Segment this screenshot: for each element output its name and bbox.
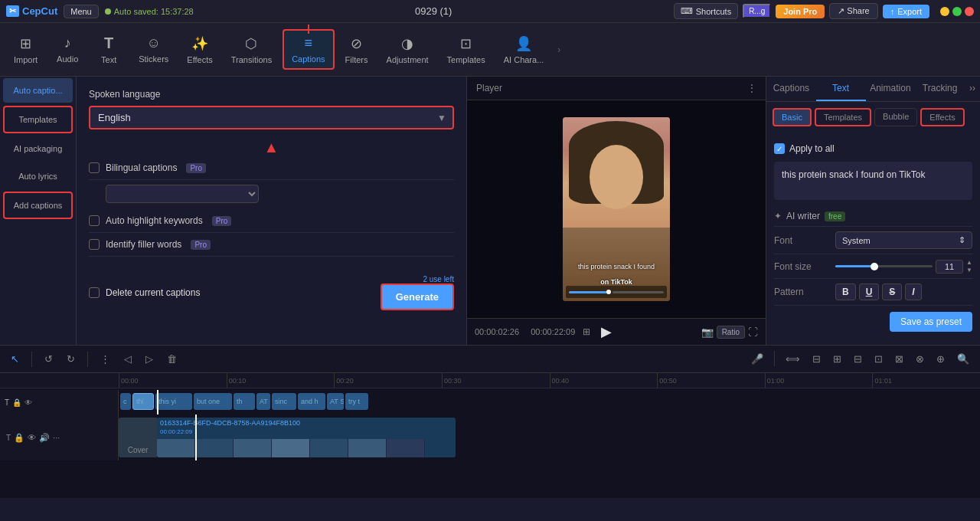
fullscreen-icon[interactable]: ⛶ <box>748 326 758 338</box>
segment-at1[interactable]: AT <box>256 393 270 410</box>
tool-audio[interactable]: ♪ Audio <box>48 31 87 68</box>
underline-button[interactable]: U <box>859 283 880 300</box>
menu-button[interactable]: Menu <box>64 5 99 18</box>
font-size-slider[interactable] <box>835 265 933 267</box>
tl-icon7[interactable]: ⊗ <box>911 351 929 367</box>
export-button[interactable]: ↑ Export <box>883 5 929 18</box>
text-preview[interactable]: this protein snack I found on TikTok <box>774 162 972 200</box>
font-select[interactable]: System ⇕ <box>835 231 972 249</box>
split-tool[interactable]: ⋮ <box>96 351 115 367</box>
tool-effects[interactable]: ✨ Effects <box>179 31 220 69</box>
caption-track[interactable]: c thi this yi but one th AT sinc and h A… <box>119 390 980 415</box>
video-track[interactable]: Cover 0163314F-B6FD-4DCB-8758-AA9194F8B1… <box>119 415 980 460</box>
delete-checkbox[interactable] <box>89 287 100 298</box>
left-panel-ai-packaging[interactable]: AI packaging <box>3 136 73 161</box>
font-size-input[interactable]: 11 <box>936 260 963 274</box>
segment-ats[interactable]: AT S <box>327 393 344 410</box>
bilingual-checkbox[interactable] <box>89 162 100 173</box>
undo-tool[interactable]: ↺ <box>40 351 57 367</box>
tl-icon2[interactable]: ⊟ <box>808 351 825 367</box>
minimize-button[interactable] <box>940 7 949 16</box>
video-block[interactable]: 0163314F-B6FD-4DCB-8758-AA9194F8B100 00:… <box>157 418 456 457</box>
toolbar-more-button[interactable]: › <box>554 41 564 58</box>
maximize-button[interactable] <box>952 7 962 16</box>
tab-tracking[interactable]: Tracking <box>915 77 965 101</box>
segment-thi[interactable]: thi <box>132 393 154 410</box>
join-pro-button[interactable]: Join Pro <box>776 5 825 18</box>
left-panel-add-captions[interactable]: Add captions <box>3 192 73 219</box>
tool-stickers[interactable]: ☺ Stickers <box>131 31 176 68</box>
tool-text[interactable]: T Text <box>90 30 128 69</box>
tl-icon4[interactable]: ⊟ <box>849 351 867 367</box>
tool-transitions[interactable]: ⬡ Transitions <box>224 31 279 69</box>
pattern-row: Pattern B U S I <box>774 279 972 306</box>
tab-text[interactable]: Text <box>816 77 866 101</box>
tl-icon6[interactable]: ⊠ <box>890 351 908 367</box>
tool-ai-chara[interactable]: 👤 AI Chara... <box>496 31 552 69</box>
delete-tool[interactable]: 🗑 <box>162 351 181 367</box>
filler-checkbox[interactable] <box>89 239 100 250</box>
tool-import[interactable]: ⊞ Import <box>6 31 45 69</box>
tool-import-label: Import <box>14 55 38 64</box>
ratio-button[interactable]: Ratio <box>717 326 745 339</box>
apply-all-checkbox[interactable]: ✓ <box>774 143 785 154</box>
trim-right-tool[interactable]: ▷ <box>141 351 158 367</box>
captions-panel: Spoken language English ▼ ▲ Bilingual ca… <box>77 77 467 345</box>
tab-captions[interactable]: Captions <box>766 77 816 101</box>
generate-button[interactable]: Generate <box>381 283 454 310</box>
subtab-templates[interactable]: Templates <box>815 108 871 126</box>
tl-icon5[interactable]: ⊡ <box>870 351 887 367</box>
redo-tool[interactable]: ↻ <box>62 351 80 367</box>
player-controls: 00:00:02:26 00:00:22:09 ⊞ ▶ 📷 Ratio ⛶ <box>467 318 766 345</box>
zoom-icon[interactable]: 🔍 <box>952 351 974 367</box>
bold-button[interactable]: B <box>835 283 856 300</box>
italic-button[interactable]: I <box>905 283 921 300</box>
language-select[interactable]: English <box>90 107 452 128</box>
highlight-checkbox[interactable] <box>89 215 100 226</box>
trim-left-tool[interactable]: ◁ <box>119 351 136 367</box>
left-panel-auto-captions[interactable]: Auto captio... <box>3 78 73 103</box>
grid-icon[interactable]: ⊞ <box>583 326 590 337</box>
mic-icon[interactable]: 🎤 <box>746 351 768 367</box>
size-down-arrow[interactable]: ▼ <box>966 267 972 274</box>
play-button[interactable]: ▶ <box>601 323 612 340</box>
tool-adjustment[interactable]: ◑ Adjustment <box>379 31 436 69</box>
left-panel-templates[interactable]: Templates <box>3 106 73 133</box>
tl-icon8[interactable]: ⊕ <box>932 351 949 367</box>
highlight-label: Auto highlight keywords <box>106 215 203 226</box>
tl-icon1[interactable]: ⟺ <box>781 351 805 367</box>
size-up-arrow[interactable]: ▲ <box>966 259 972 267</box>
screenshot-icon[interactable]: 📷 <box>701 326 714 338</box>
audio-icon: ♪ <box>64 35 71 51</box>
app-name: CepCut <box>22 5 57 17</box>
strikethrough-button[interactable]: S <box>882 283 902 300</box>
segment-butone[interactable]: but one <box>194 393 232 410</box>
segment-thisyi[interactable]: this yi <box>155 393 192 410</box>
tick-1: 00:10 <box>227 373 335 388</box>
tool-captions[interactable]: ≡ Captions <box>283 29 334 70</box>
segment-andh[interactable]: and h <box>298 393 325 410</box>
segment-sinc[interactable]: sinc <box>272 393 296 410</box>
share-button[interactable]: ↗ Share <box>829 3 877 19</box>
segment-th[interactable]: th <box>234 393 255 410</box>
subtab-bubble[interactable]: Bubble <box>874 108 917 126</box>
segment-tryt[interactable]: try t <box>345 393 368 410</box>
subtab-basic[interactable]: Basic <box>773 108 812 126</box>
tab-animation[interactable]: Animation <box>866 77 916 101</box>
video-track-more[interactable]: ··· <box>53 433 60 442</box>
tl-icon3[interactable]: ⊞ <box>828 351 846 367</box>
tool-templates[interactable]: ⊡ Templates <box>439 31 493 69</box>
cover-block[interactable]: Cover <box>119 418 157 457</box>
pro-profile-button[interactable]: R...g <box>743 4 771 18</box>
close-button[interactable] <box>965 7 974 16</box>
segment-c[interactable]: c <box>120 393 131 410</box>
player-more-icon[interactable]: ⋮ <box>747 83 756 93</box>
tool-filters[interactable]: ⊘ Filters <box>338 31 376 69</box>
select-tool[interactable]: ↖ <box>6 351 24 367</box>
shortcuts-button[interactable]: ⌨ Shortcuts <box>674 3 738 19</box>
bilingual-language-select[interactable] <box>106 185 259 203</box>
left-panel-auto-lyrics[interactable]: Auto lyrics <box>3 164 73 188</box>
tab-more[interactable]: ›› <box>965 77 980 101</box>
subtab-effects[interactable]: Effects <box>920 108 964 126</box>
save-preset-button[interactable]: Save as preset <box>890 312 972 332</box>
